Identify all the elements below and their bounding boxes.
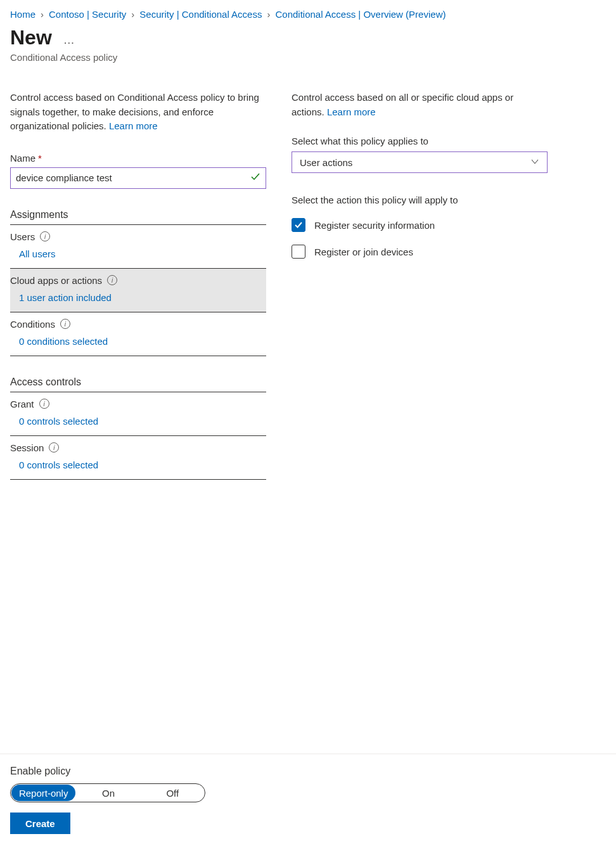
toggle-report-only[interactable]: Report-only bbox=[11, 785, 75, 801]
conditions-value[interactable]: 0 conditions selected bbox=[10, 336, 266, 347]
toggle-off[interactable]: Off bbox=[141, 784, 205, 802]
page-header: New … Conditional Access policy bbox=[0, 23, 616, 72]
users-value[interactable]: All users bbox=[10, 248, 266, 259]
footer: Enable policy Report-only On Off Create bbox=[0, 754, 616, 848]
chevron-right-icon: › bbox=[131, 9, 134, 20]
action-label: Select the action this policy will apply… bbox=[292, 195, 548, 205]
required-indicator: * bbox=[38, 153, 42, 164]
right-intro-text: Control access based on all or specific … bbox=[292, 91, 548, 119]
session-label: Session bbox=[10, 442, 44, 453]
access-controls-header: Access controls bbox=[10, 376, 266, 392]
left-panel: Control access based on Conditional Acce… bbox=[10, 91, 266, 480]
breadcrumb-contoso-security[interactable]: Contoso | Security bbox=[49, 9, 126, 20]
info-icon[interactable]: i bbox=[107, 275, 117, 285]
cloud-apps-value[interactable]: 1 user action included bbox=[10, 292, 266, 303]
assignments-header: Assignments bbox=[10, 209, 266, 225]
session-value[interactable]: 0 controls selected bbox=[10, 459, 266, 470]
name-input-wrapper[interactable] bbox=[10, 167, 266, 189]
cloud-apps-row[interactable]: Cloud apps or actions i 1 user action in… bbox=[10, 269, 266, 312]
grant-row[interactable]: Grant i 0 controls selected bbox=[10, 392, 266, 436]
chevron-right-icon: › bbox=[41, 9, 44, 20]
checkbox-icon[interactable] bbox=[292, 245, 305, 259]
chevron-down-icon bbox=[530, 157, 539, 168]
checkbox-register-security-info[interactable]: Register security information bbox=[292, 218, 548, 232]
conditions-row[interactable]: Conditions i 0 conditions selected bbox=[10, 312, 266, 356]
breadcrumb-security-ca[interactable]: Security | Conditional Access bbox=[139, 9, 262, 20]
checkbox-icon[interactable] bbox=[292, 218, 305, 232]
name-input[interactable] bbox=[16, 172, 250, 183]
grant-label: Grant bbox=[10, 399, 34, 409]
right-learn-more-link[interactable]: Learn more bbox=[327, 106, 376, 117]
info-icon[interactable]: i bbox=[39, 399, 49, 409]
users-label: Users bbox=[10, 231, 35, 242]
right-panel: Control access based on all or specific … bbox=[292, 91, 548, 480]
cloud-apps-label: Cloud apps or actions bbox=[10, 275, 102, 286]
enable-policy-label: Enable policy bbox=[10, 766, 606, 777]
right-intro-body: Control access based on all or specific … bbox=[292, 92, 513, 117]
conditions-label: Conditions bbox=[10, 319, 55, 330]
toggle-on[interactable]: On bbox=[76, 784, 140, 802]
dropdown-value: User actions bbox=[300, 157, 352, 168]
name-label: Name * bbox=[10, 153, 266, 164]
page-title: New bbox=[10, 26, 52, 49]
applies-to-label: Select what this policy applies to bbox=[292, 136, 548, 146]
intro-text: Control access based on Conditional Acce… bbox=[10, 91, 266, 134]
checkbox-label: Register or join devices bbox=[314, 247, 413, 257]
grant-value[interactable]: 0 controls selected bbox=[10, 416, 266, 427]
more-icon[interactable]: … bbox=[63, 29, 76, 47]
breadcrumb-ca-overview[interactable]: Conditional Access | Overview (Preview) bbox=[275, 9, 446, 20]
info-icon[interactable]: i bbox=[60, 319, 70, 329]
info-icon[interactable]: i bbox=[40, 231, 50, 241]
checkbox-register-join-devices[interactable]: Register or join devices bbox=[292, 245, 548, 259]
session-row[interactable]: Session i 0 controls selected bbox=[10, 436, 266, 480]
applies-to-dropdown[interactable]: User actions bbox=[292, 151, 548, 173]
checkmark-icon bbox=[250, 172, 260, 184]
create-button[interactable]: Create bbox=[10, 813, 70, 834]
page-subtitle: Conditional Access policy bbox=[10, 52, 606, 63]
learn-more-link[interactable]: Learn more bbox=[109, 120, 158, 131]
breadcrumb: Home › Contoso | Security › Security | C… bbox=[0, 0, 616, 23]
users-row[interactable]: Users i All users bbox=[10, 225, 266, 269]
info-icon[interactable]: i bbox=[49, 442, 59, 453]
enable-policy-toggle[interactable]: Report-only On Off bbox=[10, 783, 205, 802]
checkbox-label: Register security information bbox=[314, 220, 435, 231]
chevron-right-icon: › bbox=[267, 9, 270, 20]
breadcrumb-home[interactable]: Home bbox=[10, 9, 35, 20]
